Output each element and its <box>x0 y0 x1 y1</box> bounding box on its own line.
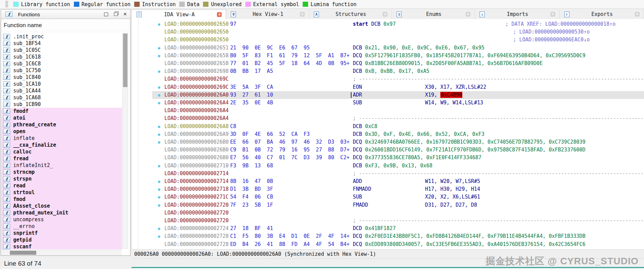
function-list-item[interactable]: f.init_proc <box>1 33 122 40</box>
disassembly-line[interactable]: LOAD:000000000000272427 18 BF 41DCD 0x41… <box>132 225 644 232</box>
line-bullet-icon <box>158 141 160 144</box>
functions-vertical-scrollbar-thumb[interactable] <box>123 34 127 87</box>
tab-close-icon[interactable]: × <box>635 12 640 17</box>
function-icon: f <box>3 108 10 114</box>
function-list-item[interactable]: fsub_1CB90 <box>1 101 122 108</box>
function-list-item[interactable]: f__cxa_finalize <box>1 142 122 148</box>
function-list-item[interactable]: fsscanf <box>1 243 122 249</box>
disassembly-line[interactable]: LOAD:0000000000002720; -----------------… <box>132 217 644 225</box>
disassembly-line[interactable]: LOAD:00000000000026B0C9 B1 0B 72 79 16 9… <box>132 146 644 154</box>
line-address: LOAD:000000000000271C <box>164 194 229 200</box>
line-bytes: B0 5F 83 F1 61 79 12 5F A1 B7+ <box>230 53 349 59</box>
function-list-item[interactable]: finflateInit2_ <box>1 162 122 169</box>
legend-color-swatch <box>245 2 251 7</box>
tab-enums[interactable]: ≡Enums× <box>392 9 475 19</box>
disassembly-line[interactable]: LOAD:0000000000002718D1 3B BD 3FFNMADDH1… <box>132 185 644 193</box>
tab-hex-view-1[interactable]: 0Hex View-1× <box>226 9 309 19</box>
line-disassembly: SUB <box>353 194 362 200</box>
disassembly-line[interactable]: LOAD:000000000000265121 90 0E 9C E6 67 9… <box>132 44 644 52</box>
data-operands: 0x97 <box>380 21 396 27</box>
mnemonic: DCQ <box>353 154 362 161</box>
function-list-item[interactable]: fstrspn <box>1 175 122 182</box>
function-list-item[interactable]: ffmod <box>1 196 122 203</box>
function-list-item[interactable]: fpthread_create <box>1 121 122 128</box>
tab-label: Structures <box>319 11 383 17</box>
disassembly-line[interactable]: LOAD:00000000000026A42E 35 0E 4BSUBW14, … <box>132 99 644 107</box>
disassembly-line[interactable]: LOAD:00000000000026A8C8DCB 0xC8 <box>132 123 644 130</box>
function-list-item[interactable]: fsub_1CA44 <box>1 87 122 94</box>
disassembly-line[interactable]: LOAD:00000000000026980B BB 17 A5DCB 0xB,… <box>132 67 644 75</box>
function-list-item[interactable]: fatoi <box>1 115 122 121</box>
disassembly-line[interactable]: LOAD:00000000000026B0E7 56 40 C7 01 7C D… <box>132 154 644 162</box>
tab-imports[interactable]: ↓Imports× <box>475 9 560 19</box>
function-list-item[interactable]: fsnprintf <box>1 230 122 236</box>
function-list-item[interactable]: fsub_1C6C8 <box>1 60 122 67</box>
tab-close-icon[interactable]: × <box>217 12 222 17</box>
function-list-item[interactable]: fstrtoul <box>1 189 122 196</box>
disassembly-line[interactable]: LOAD:0000000000002728C1 F5 80 3B E4 D1 0… <box>132 232 644 240</box>
disassembly-line[interactable]: LOAD:000000000000269C3E 5A 3F CAEONX30, … <box>132 83 644 91</box>
function-list-item[interactable]: fgetpid <box>1 236 122 243</box>
function-list-item[interactable]: fsub_1BF54 <box>1 40 122 47</box>
tab-close-icon[interactable]: × <box>466 12 470 17</box>
function-list-item[interactable]: fsub_1CA68 <box>1 94 122 101</box>
disassembly-line[interactable]: LOAD:0000000000002720 <box>132 209 644 217</box>
tab-close-icon[interactable]: × <box>550 12 555 17</box>
disassembly-line[interactable]: LOAD:00000000000026B0EE 66 07 BA 46 97 4… <box>132 138 644 146</box>
legend-drag-handle[interactable] <box>5 1 8 8</box>
function-list-item[interactable]: fopen <box>1 128 122 135</box>
functions-vertical-scrollbar[interactable] <box>122 33 128 249</box>
function-name: sub_1BF54 <box>13 40 41 46</box>
function-list-item[interactable]: fsub_1C840 <box>1 74 122 81</box>
function-list-item[interactable]: fsub_1C618 <box>1 54 122 60</box>
close-icon[interactable]: × <box>123 12 127 17</box>
function-list-item[interactable]: fAAsset_close <box>1 203 122 209</box>
disassembly-line[interactable]: LOAD:000000000000265877 01 B2 45 5F 18 6… <box>132 60 644 67</box>
disassembly-line[interactable]: LOAD:0000000000002714; -----------------… <box>132 170 644 178</box>
function-name: read <box>13 183 25 189</box>
disassembly-line[interactable]: LOAD:000000000000265097start DCB 0x97; D… <box>132 20 644 28</box>
line-address: LOAD:0000000000002714 <box>164 178 229 184</box>
function-list-item[interactable]: fsub_1CA10 <box>1 81 122 87</box>
disassembly-line[interactable]: LOAD:0000000000002650; LOAD:000000000006… <box>132 36 644 44</box>
separator-comment: ; --------------------------------------… <box>353 170 644 177</box>
tab-close-icon[interactable]: × <box>300 12 305 17</box>
functions-horizontal-scrollbar[interactable] <box>1 250 122 255</box>
disassembly-line[interactable]: LOAD:00000000000026A093 27 61 10ADRX19, … <box>132 91 644 99</box>
function-list-item[interactable]: fread <box>1 182 122 189</box>
disassembly-line[interactable]: LOAD:0000000000002650; LOAD:000000000000… <box>132 28 644 36</box>
functions-horizontal-scrollbar-thumb[interactable] <box>10 251 36 255</box>
disassembly-line[interactable]: LOAD:000000000000269C; -----------------… <box>132 75 644 83</box>
disassembly-line[interactable]: LOAD:00000000000027148B 16 47 0BADDW11, … <box>132 178 644 185</box>
tab-exports[interactable]: ↑Exports× <box>560 9 644 19</box>
disassembly-line[interactable]: LOAD:00000000000026A4 <box>132 107 644 115</box>
function-list-item[interactable]: f__errno <box>1 223 122 230</box>
legend-label: Data <box>187 1 199 7</box>
function-list-item[interactable]: funcompress <box>1 216 122 223</box>
function-name: fmodf <box>13 108 28 114</box>
disassembly-line[interactable]: LOAD:0000000000002728ED B4 26 41 8B FD A… <box>132 241 644 248</box>
function-list-item[interactable]: ffread <box>1 155 122 162</box>
tab-structures[interactable]: AStructures× <box>309 9 392 19</box>
function-list-item[interactable]: finflate <box>1 135 122 142</box>
function-list-item[interactable]: fpthread_mutex_init <box>1 209 122 216</box>
disassembly-line[interactable]: LOAD:0000000000002710F3 9B 13 68DCB 0xF3… <box>132 162 644 170</box>
function-list-item[interactable]: fcalloc <box>1 148 122 155</box>
disassembly-line[interactable]: LOAD:00000000000026A93D 0F 4E 66 52 CA F… <box>132 130 644 138</box>
mnemonic: DCB <box>353 163 362 169</box>
restore-icon[interactable] <box>104 12 108 17</box>
disassembly-line[interactable]: LOAD:00000000000026A4; -----------------… <box>132 115 644 122</box>
tab-close-icon[interactable]: × <box>383 12 387 17</box>
function-list-item[interactable]: fstrncmp <box>1 169 122 175</box>
disassembly-line[interactable]: LOAD:00000000000027207F 23 5B 1FFMADDD31… <box>132 201 644 209</box>
highlighted-operand[interactable]: 0xC4B90 <box>440 92 462 98</box>
float-icon[interactable] <box>113 12 118 17</box>
function-list-item[interactable]: ffmodf <box>1 108 122 115</box>
disassembly-line[interactable]: LOAD:000000000000271C54 F4 06 CBSUBX20, … <box>132 193 644 201</box>
function-icon: f <box>3 34 10 39</box>
tab-ida-view-a[interactable]: IDA View-A× <box>132 9 226 19</box>
function-list-item[interactable]: fsub_1C05C <box>1 47 122 54</box>
function-name-column-header[interactable]: Function name <box>1 19 130 32</box>
disassembly-line[interactable]: LOAD:0000000000002658B0 5F 83 F1 61 79 1… <box>132 52 644 60</box>
function-list-item[interactable]: fsub_1C750 <box>1 67 122 74</box>
